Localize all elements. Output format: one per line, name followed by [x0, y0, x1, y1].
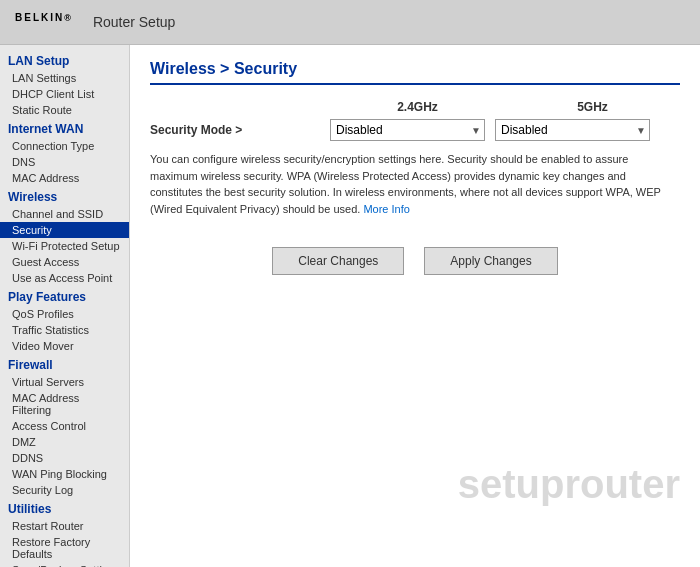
sidebar-section-play-features: Play Features — [0, 286, 129, 306]
sidebar-item-traffic-statistics[interactable]: Traffic Statistics — [0, 322, 129, 338]
sidebar-item-connection-type[interactable]: Connection Type — [0, 138, 129, 154]
sidebar-item-virtual-servers[interactable]: Virtual Servers — [0, 374, 129, 390]
freq-2ghz-header: 2.4GHz — [338, 100, 498, 114]
sidebar-item-access-control[interactable]: Access Control — [0, 418, 129, 434]
security-mode-row: Security Mode > Disabled WPA/WPA2 WEP ▼ … — [150, 119, 680, 141]
sidebar-item-security-log[interactable]: Security Log — [0, 482, 129, 498]
sidebar-item-security[interactable]: Security — [0, 222, 129, 238]
header: BELKIN® Router Setup — [0, 0, 700, 45]
sidebar-item-dhcp-client-list[interactable]: DHCP Client List — [0, 86, 129, 102]
more-info-link[interactable]: More Info — [363, 203, 409, 215]
security-mode-5ghz-select[interactable]: Disabled WPA/WPA2 WEP — [495, 119, 650, 141]
sidebar-item-qos-profiles[interactable]: QoS Profiles — [0, 306, 129, 322]
sidebar-item-dns[interactable]: DNS — [0, 154, 129, 170]
belkin-logo: BELKIN® — [15, 12, 73, 33]
watermark: setuprouter — [458, 462, 680, 507]
security-mode-5ghz-wrapper: Disabled WPA/WPA2 WEP ▼ — [495, 119, 650, 141]
sidebar-section-lan-setup: LAN Setup — [0, 50, 129, 70]
sidebar-item-restore-factory-defaults[interactable]: Restore Factory Defaults — [0, 534, 129, 562]
sidebar-item-dmz[interactable]: DMZ — [0, 434, 129, 450]
sidebar-item-mac-address-filtering[interactable]: MAC Address Filtering — [0, 390, 129, 418]
security-mode-2ghz-select[interactable]: Disabled WPA/WPA2 WEP — [330, 119, 485, 141]
sidebar-item-save-backup-settings[interactable]: Save/Backup Settings — [0, 562, 129, 567]
sidebar-item-mac-address[interactable]: MAC Address — [0, 170, 129, 186]
clear-changes-button[interactable]: Clear Changes — [272, 247, 404, 275]
sidebar-item-ddns[interactable]: DDNS — [0, 450, 129, 466]
info-box: You can configure wireless security/encr… — [150, 151, 670, 217]
sidebar-section-utilities: Utilities — [0, 498, 129, 518]
sidebar-item-wan-ping-blocking[interactable]: WAN Ping Blocking — [0, 466, 129, 482]
sidebar-item-wi-fi-protected-setup[interactable]: Wi-Fi Protected Setup — [0, 238, 129, 254]
sidebar-item-video-mover[interactable]: Video Mover — [0, 338, 129, 354]
sidebar-item-lan-settings[interactable]: LAN Settings — [0, 70, 129, 86]
sidebar-item-channel-and-ssid[interactable]: Channel and SSID — [0, 206, 129, 222]
sidebar-item-static-route[interactable]: Static Route — [0, 102, 129, 118]
sidebar-item-use-as-access-point[interactable]: Use as Access Point — [0, 270, 129, 286]
button-row: Clear Changes Apply Changes — [150, 247, 680, 275]
content-area: Wireless > Security 2.4GHz 5GHz Security… — [130, 45, 700, 567]
main-layout: LAN SetupLAN SettingsDHCP Client ListSta… — [0, 45, 700, 567]
security-mode-controls: Disabled WPA/WPA2 WEP ▼ Disabled WPA/WPA… — [330, 119, 680, 141]
sidebar: LAN SetupLAN SettingsDHCP Client ListSta… — [0, 45, 130, 567]
page-title: Wireless > Security — [150, 60, 680, 85]
sidebar-section-wireless: Wireless — [0, 186, 129, 206]
freq-5ghz-header: 5GHz — [513, 100, 673, 114]
security-mode-2ghz-wrapper: Disabled WPA/WPA2 WEP ▼ — [330, 119, 485, 141]
freq-headers: 2.4GHz 5GHz — [150, 100, 680, 114]
security-mode-label: Security Mode > — [150, 123, 330, 137]
sidebar-item-guest-access[interactable]: Guest Access — [0, 254, 129, 270]
router-setup-title: Router Setup — [93, 14, 176, 30]
sidebar-section-internet-wan: Internet WAN — [0, 118, 129, 138]
apply-changes-button[interactable]: Apply Changes — [424, 247, 557, 275]
sidebar-section-firewall: Firewall — [0, 354, 129, 374]
sidebar-item-restart-router[interactable]: Restart Router — [0, 518, 129, 534]
